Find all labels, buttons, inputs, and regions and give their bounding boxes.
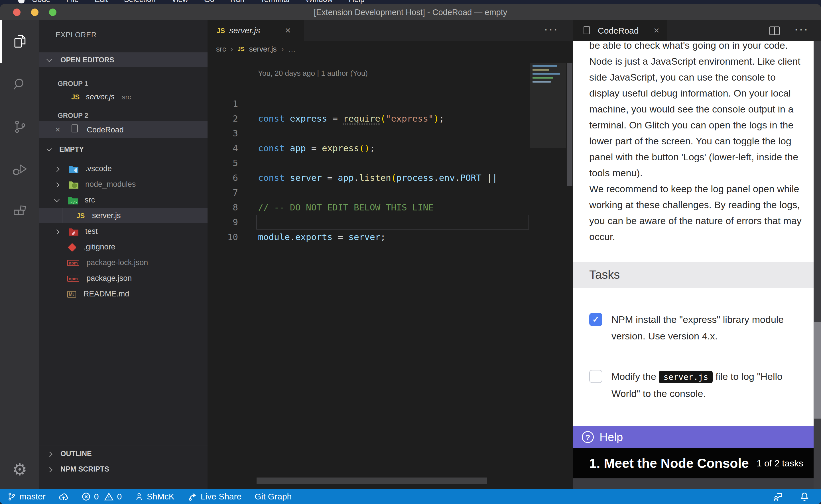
menu-item-selection[interactable]: Selection <box>124 0 156 4</box>
code-line-5[interactable]: 5 const server = app.listen(process.env.… <box>208 141 532 155</box>
vscode-folder-icon <box>68 165 79 173</box>
explorer-icon[interactable] <box>0 20 39 63</box>
notifications-item[interactable] <box>799 491 810 502</box>
menu-item-run[interactable]: Run <box>230 0 245 4</box>
git-branch-item[interactable]: master <box>7 492 46 501</box>
run-debug-icon[interactable] <box>0 148 39 191</box>
liveshare-account-item[interactable]: ShMcK <box>135 492 174 501</box>
window-title-bar[interactable]: [Extension Development Host] - CodeRoad … <box>0 4 821 20</box>
menu-item-file[interactable]: File <box>66 0 79 4</box>
menu-item-code[interactable]: Code <box>32 0 50 4</box>
breadcrumb-src[interactable]: src <box>216 41 226 57</box>
task-item-2: Modify the server.js file to log "Hello … <box>573 368 814 402</box>
close-icon[interactable]: × <box>55 125 60 134</box>
tab-label: server.js <box>229 20 260 41</box>
help-bar[interactable]: ? Help <box>573 426 814 448</box>
breadcrumb-file[interactable]: server.js <box>249 41 277 57</box>
menu-item-window[interactable]: Window <box>305 0 333 4</box>
task-item-1: ✓ NPM install the "express" library modu… <box>573 311 814 344</box>
menu-item-view[interactable]: View <box>171 0 188 4</box>
line-number: 10 <box>208 230 238 244</box>
git-graph-label: Git Graph <box>255 492 292 501</box>
code-line-7[interactable]: 7 // -- DO NOT EDIT BELOW THIS LINE <box>208 170 532 185</box>
bell-icon <box>799 491 810 502</box>
sync-changes-item[interactable] <box>59 492 68 501</box>
webview-file-icon <box>71 124 78 132</box>
tab-serverjs[interactable]: JS server.js × <box>208 20 305 41</box>
editor-group: JS server.js × ··· src › JS server.js › … <box>208 20 573 489</box>
panel-scrollbar-track[interactable] <box>814 41 821 489</box>
open-editor-detail: src <box>122 93 131 101</box>
panel-bottom-strip <box>573 478 821 489</box>
js-file-icon: JS <box>238 41 244 57</box>
feedback-item[interactable] <box>773 491 783 502</box>
explorer-title: EXPLORER <box>56 31 97 39</box>
lesson-footer[interactable]: 1. Meet the Node Console 1 of 2 tasks <box>573 448 814 478</box>
live-share-item[interactable]: Live Share <box>187 492 242 501</box>
live-share-label: Live Share <box>201 492 242 501</box>
split-editor-icon[interactable] <box>769 26 780 35</box>
checkbox-unchecked[interactable] <box>589 370 602 383</box>
src-folder-icon: </> <box>68 196 78 205</box>
vertical-scrollbar[interactable] <box>567 63 572 186</box>
open-editor-serverjs[interactable]: JS server.js src <box>39 89 208 104</box>
tree-item-package-lock[interactable]: npm package-lock.json <box>39 255 208 270</box>
minimap[interactable] <box>530 63 566 148</box>
problems-item[interactable]: 0 0 <box>81 492 122 501</box>
horizontal-scrollbar[interactable] <box>257 478 487 484</box>
close-icon[interactable]: × <box>654 20 659 41</box>
code-line-2[interactable]: 2 <box>208 96 532 111</box>
js-file-icon: JS <box>71 93 79 101</box>
chevron-right-icon <box>54 182 59 187</box>
code-editor[interactable]: 1 const express = require("express"); 2 … <box>208 81 532 230</box>
chevron-right-icon <box>54 167 59 172</box>
lesson-title: 1. Meet the Node Console <box>589 448 749 478</box>
feedback-icon <box>773 491 783 502</box>
npm-icon: npm <box>67 276 79 282</box>
svg-text:</>: </> <box>70 200 77 204</box>
open-editor-coderoad[interactable]: × CodeRoad <box>39 121 208 138</box>
extensions-icon[interactable] <box>0 191 39 233</box>
npm-icon: npm <box>67 260 79 266</box>
menu-item-edit[interactable]: Edit <box>95 0 108 4</box>
current-line-highlight <box>256 215 529 230</box>
tree-item-package-json[interactable]: npm package.json <box>39 271 208 286</box>
search-icon[interactable] <box>0 63 39 105</box>
menu-item-help[interactable]: Help <box>349 0 365 4</box>
checkbox-checked[interactable]: ✓ <box>589 313 602 326</box>
tree-item-readme[interactable]: M↓ README.md <box>39 286 208 301</box>
lesson-paragraph: We recommend to keep the log panel open … <box>589 181 806 245</box>
breadcrumb-more[interactable]: … <box>288 41 296 57</box>
folder-section-header[interactable]: EMPTY <box>39 142 208 157</box>
settings-gear-icon[interactable]: ⚙ <box>0 452 39 487</box>
inline-code-chip: server.js <box>659 371 713 383</box>
close-icon[interactable]: × <box>285 20 291 41</box>
code-line-3[interactable]: 3 const app = express(); <box>208 111 532 126</box>
code-line-6[interactable]: 6 <box>208 155 532 170</box>
code-line-8[interactable]: 8 <box>208 185 532 200</box>
tree-item-test[interactable]: test <box>39 224 208 239</box>
tree-item-vscode[interactable]: .vscode <box>39 161 208 176</box>
warnings-icon <box>104 492 113 501</box>
chevron-down-icon <box>54 197 59 202</box>
test-folder-icon <box>68 228 79 236</box>
git-graph-item[interactable]: Git Graph <box>255 492 292 501</box>
menu-item-terminal[interactable]: Terminal <box>260 0 289 4</box>
source-control-icon[interactable] <box>0 105 39 148</box>
tree-item-node-modules[interactable]: node_modules <box>39 177 208 192</box>
code-line-1[interactable]: 1 const express = require("express"); <box>208 81 532 96</box>
editor-actions-more-icon[interactable]: ··· <box>544 22 558 36</box>
chevron-down-icon <box>46 146 52 151</box>
tab-coderoad[interactable]: CodeRoad × <box>573 20 667 41</box>
tree-item-gitignore[interactable]: .gitignore <box>39 239 208 254</box>
panel-scrollbar-thumb[interactable] <box>814 322 821 419</box>
open-editors-header[interactable]: OPEN EDITORS <box>39 52 208 67</box>
npm-scripts-section-header[interactable]: NPM SCRIPTS <box>39 461 208 476</box>
outline-section-header[interactable]: OUTLINE <box>39 446 208 461</box>
tree-item-serverjs-selected[interactable]: JS server.js <box>39 208 208 223</box>
code-line-4[interactable]: 4 <box>208 126 532 141</box>
panel-actions-more-icon[interactable]: ··· <box>794 22 809 36</box>
menu-item-go[interactable]: Go <box>204 0 215 4</box>
code-line-9[interactable]: 9 module.exports = server; <box>208 200 532 215</box>
tree-item-src[interactable]: </> src <box>39 192 208 207</box>
